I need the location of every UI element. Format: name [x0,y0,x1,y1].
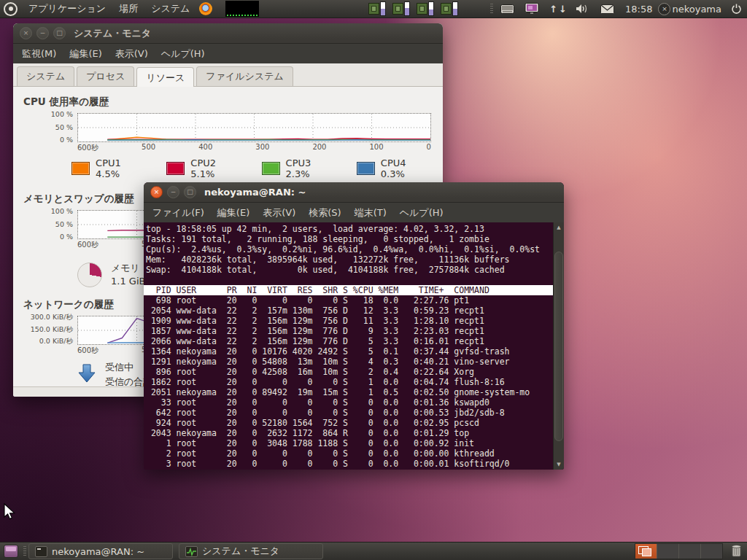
workspace-4[interactable] [701,544,722,559]
applications-menu[interactable]: アプリケーション [22,0,112,18]
power-icon[interactable] [726,0,747,18]
cpu3-swatch [262,162,280,175]
scroll-down-icon[interactable]: ▼ [554,459,564,470]
cpu-history-chart [77,113,431,142]
remote-desktop-indicator-icon[interactable] [519,0,544,18]
window-title: nekoyama@RAN: ~ [204,187,306,198]
cpu-x-axis: 600秒5004003002001000 [77,142,431,153]
system-monitor-applet[interactable] [225,1,259,17]
cpu1-swatch [71,162,90,175]
clock[interactable]: 18:58 [619,4,658,15]
menu-monitor[interactable]: 監視(M) [15,47,63,61]
cpu1-legend-item: CPU1 4.5% [71,158,146,179]
upload-arrow-icon: ↑ [549,4,556,15]
menu-edit[interactable]: 編集(E) [211,206,256,219]
tab-filesystems[interactable]: ファイルシステム [196,66,293,86]
cpu-frequency-applets [368,1,458,16]
places-menu[interactable]: 場所 [112,0,144,18]
top-panel: アプリケーション 場所 システム ↑↓ 18:58 × nekoyama [0,0,747,18]
cpu2-swatch [166,162,185,175]
menu-view[interactable]: 表示(V) [109,47,155,61]
workspace-3[interactable] [679,544,701,559]
cpu3-legend-item: CPU3 2.3% [262,158,336,179]
top-header-row: PID USER PR NI VIRT RES SHR S %CPU %MEM … [144,285,553,295]
system-monitor-titlebar[interactable]: × − □ システム・モニタ [13,23,443,44]
memory-pie-icon [77,262,102,287]
taskbar-item-terminal[interactable]: nekoyama@RAN: ~ [28,543,173,559]
keyboard-indicator-icon[interactable] [495,0,519,18]
menu-edit[interactable]: 編集(E) [63,47,108,61]
trash-icon[interactable] [730,543,743,559]
tab-system[interactable]: システム [17,66,74,86]
terminal-titlebar[interactable]: × − □ nekoyama@RAN: ~ [144,182,564,203]
system-monitor-menubar: 監視(M) 編集(E) 表示(V) ヘルプ(H) [13,44,443,63]
network-traffic-indicator[interactable]: ↑↓ [544,0,570,18]
cpu-y-axis: 100 %50 %0 % [23,110,77,144]
user-status-icon: × [658,3,670,15]
cpu-freq-applet-icon[interactable] [368,1,386,16]
menu-help[interactable]: ヘルプ(H) [393,206,450,219]
mail-indicator-icon[interactable] [595,0,619,18]
taskbar-item-system-monitor[interactable]: システム・モニタ [179,543,323,559]
download-arrow-icon: ↓ [559,4,565,15]
close-button[interactable]: × [20,27,32,39]
scrollbar-thumb[interactable] [554,252,563,441]
scroll-up-icon[interactable]: ▲ [554,222,564,233]
maximize-button[interactable]: □ [184,186,196,198]
window-list-grip[interactable] [23,546,26,556]
applet-grip-handle[interactable] [490,4,493,14]
tab-bar: システム プロセス リソース ファイルシステム [13,63,443,87]
firefox-launcher-icon[interactable] [199,2,212,15]
top-process-list: 698 root 20 0 0 0 0 S 18 0.0 2:27.76 pt1… [144,295,553,469]
cpu4-swatch [357,162,375,175]
cpu-freq-applet-icon[interactable] [441,1,458,16]
cpu-legend: CPU1 4.5% CPU2 5.1% CPU3 2.3% CPU4 0.3% [71,158,431,179]
system-monitor-app-icon [185,546,198,557]
mouse-cursor [4,503,16,523]
ubuntu-logo-icon[interactable] [4,2,18,16]
terminal-app-icon [35,546,47,557]
cpu-history-title: CPU 使用率の履歴 [23,96,431,109]
network-y-axis: 300.0 KiB/秒150.0 KiB/秒0.0 KiB/秒 [23,313,77,346]
cpu2-legend-item: CPU2 5.1% [166,158,241,179]
cpu-freq-applet-icon[interactable] [392,1,410,16]
maximize-button[interactable]: □ [53,27,66,39]
notification-area: ↑↓ 18:58 × nekoyama [488,0,747,18]
volume-icon[interactable] [570,0,595,18]
terminal-content[interactable]: top - 18:58:05 up 42 min, 2 users, load … [144,222,553,470]
bottom-panel: nekoyama@RAN: ~ システム・モニタ [0,542,747,560]
tab-resources[interactable]: リソース [136,67,194,87]
workspace-2[interactable] [657,544,679,559]
top-summary: top - 18:58:05 up 42 min, 2 users, load … [144,222,553,275]
cpu-freq-applet-icon[interactable] [417,1,434,16]
cpu4-legend-item: CPU4 0.3% [357,158,431,179]
terminal-scrollbar[interactable]: ▲ ▼ [553,222,564,470]
menu-help[interactable]: ヘルプ(H) [155,47,212,61]
minimize-button[interactable]: − [36,27,49,39]
memory-y-axis: 100 %50 %0 % [23,207,77,241]
window-title: システム・モニタ [74,27,151,40]
close-button[interactable]: × [150,186,163,198]
terminal-menubar: ファイル(F) 編集(E) 表示(V) 検索(S) 端末(T) ヘルプ(H) [144,203,564,222]
show-desktop-icon[interactable] [4,545,18,558]
menu-terminal[interactable]: 端末(T) [348,206,393,219]
scrollbar-track[interactable] [554,233,564,459]
me-menu[interactable]: nekoyama [670,4,726,15]
tab-processes[interactable]: プロセス [77,66,134,86]
system-menu[interactable]: システム [144,0,196,18]
menu-view[interactable]: 表示(V) [256,206,302,219]
workspace-1[interactable] [635,544,657,559]
menu-search[interactable]: 検索(S) [302,206,347,219]
menu-file[interactable]: ファイル(F) [146,206,211,219]
minimize-button[interactable]: − [167,186,179,198]
terminal-window: × − □ nekoyama@RAN: ~ ファイル(F) 編集(E) 表示(V… [144,182,564,470]
download-arrow-icon [77,363,96,386]
workspace-switcher [635,543,723,559]
